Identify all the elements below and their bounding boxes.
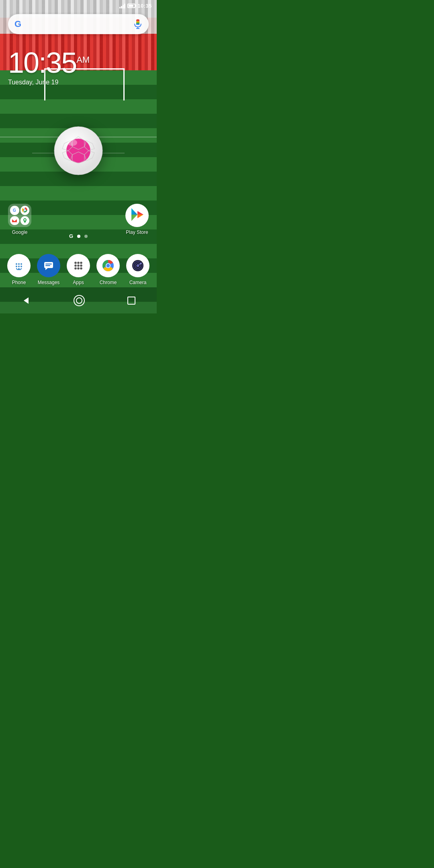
page-dot-active — [77, 235, 80, 238]
folder-mini-gmail — [10, 216, 19, 225]
svg-marker-60 — [24, 297, 29, 304]
svg-point-21 — [24, 209, 26, 211]
app-icon-chrome[interactable]: Chrome — [96, 254, 120, 285]
dock: Phone Messages — [0, 254, 157, 285]
svg-point-27 — [16, 263, 17, 265]
app-icon-apps[interactable]: Apps — [67, 254, 90, 285]
nav-back-button[interactable] — [21, 296, 31, 305]
search-bar[interactable]: G — [8, 14, 149, 34]
svg-point-45 — [80, 264, 82, 267]
svg-rect-38 — [45, 265, 50, 266]
svg-point-32 — [20, 266, 22, 267]
messages-label: Messages — [38, 280, 60, 285]
folder-mini-chrome — [20, 206, 30, 215]
status-icons: 10:35 — [119, 3, 152, 9]
app-icon-play-store[interactable]: Play Store — [125, 204, 149, 235]
chrome-icon — [96, 254, 120, 277]
apps-label: Apps — [73, 280, 84, 285]
clock-time: 10:35AM — [8, 48, 90, 77]
home-app-row: G — [0, 204, 157, 235]
chrome-label: Chrome — [100, 280, 117, 285]
svg-point-42 — [80, 262, 82, 264]
page-dot-inactive — [84, 235, 88, 238]
svg-point-16 — [68, 139, 77, 146]
page-indicator-g: G — [69, 233, 73, 239]
svg-point-30 — [16, 266, 17, 267]
svg-point-47 — [77, 267, 80, 270]
camera-label: Camera — [129, 280, 147, 285]
svg-point-61 — [76, 298, 82, 303]
svg-point-40 — [74, 262, 77, 264]
status-time: 10:35 — [137, 3, 152, 9]
status-bar: 10:35 — [0, 0, 157, 11]
svg-point-59 — [140, 263, 141, 264]
app-icon-google[interactable]: G — [8, 204, 31, 235]
svg-rect-3 — [136, 19, 139, 21]
svg-point-29 — [20, 263, 22, 265]
svg-point-44 — [77, 264, 80, 267]
svg-point-24 — [24, 219, 26, 221]
signal-icon — [119, 3, 125, 8]
app-icon-phone[interactable]: Phone — [7, 254, 31, 285]
svg-point-31 — [18, 266, 20, 267]
phone-label: Phone — [12, 280, 26, 285]
svg-point-48 — [80, 267, 82, 270]
soccer-ball — [52, 125, 104, 177]
phone-icon — [7, 254, 31, 277]
svg-point-43 — [74, 264, 77, 267]
google-logo: G — [14, 19, 21, 29]
nav-recents-button[interactable] — [127, 297, 135, 305]
google-folder-icon: G — [8, 204, 31, 227]
navigation-bar — [0, 287, 157, 313]
apps-icon — [67, 254, 90, 277]
app-icon-camera[interactable]: Camera — [126, 254, 149, 285]
battery-icon — [127, 4, 135, 8]
svg-point-28 — [18, 263, 20, 265]
app-icon-messages[interactable]: Messages — [37, 254, 60, 285]
nav-home-button[interactable] — [74, 295, 85, 306]
folder-mini-maps — [20, 216, 30, 225]
svg-point-46 — [74, 267, 77, 270]
messages-icon — [37, 254, 60, 277]
svg-rect-4 — [136, 21, 139, 23]
mic-icon[interactable] — [133, 20, 142, 29]
svg-rect-37 — [45, 264, 52, 264]
svg-rect-5 — [136, 23, 139, 24]
svg-rect-35 — [44, 262, 53, 268]
camera-icon — [126, 254, 149, 277]
clock-date: Tuesday, June 19 — [8, 79, 90, 86]
svg-point-52 — [106, 264, 110, 268]
svg-point-33 — [18, 268, 20, 270]
folder-mini-google: G — [10, 206, 19, 215]
play-store-icon — [125, 204, 149, 227]
svg-point-41 — [77, 262, 80, 264]
page-indicators: G — [0, 233, 157, 239]
svg-rect-6 — [136, 24, 139, 25]
svg-text:G: G — [13, 208, 16, 213]
clock-widget: 10:35AM Tuesday, June 19 — [8, 48, 90, 86]
